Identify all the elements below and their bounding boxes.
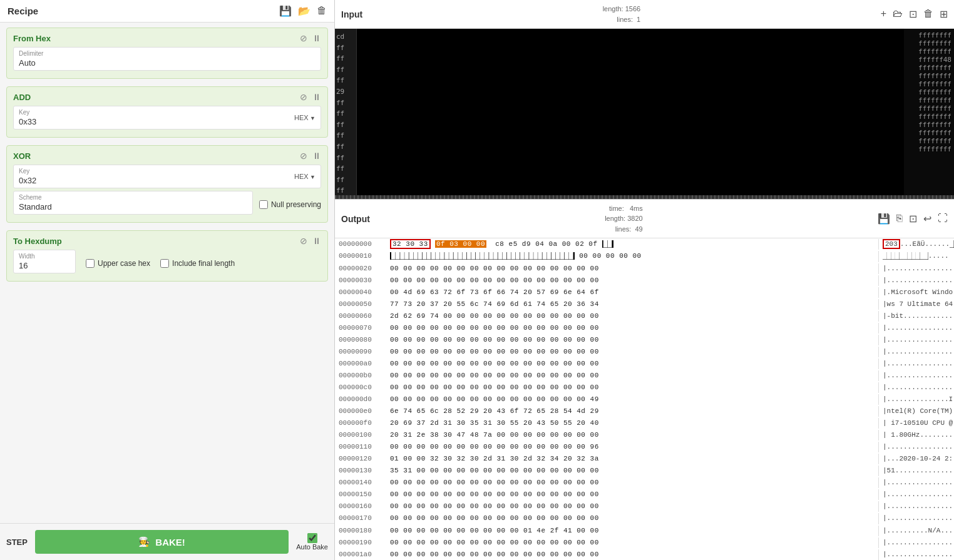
add-block: ADD ⊘ ⏸ Key 0x33 HEX: [6, 86, 328, 138]
add-key-label: Key: [19, 109, 36, 116]
input-lines: 1: [637, 16, 640, 23]
input-grid-icon[interactable]: ⊞: [940, 8, 948, 20]
table-row: 00000090 00 00 00 00 00 00 00 00 00 00 0…: [335, 346, 954, 358]
xor-key-value[interactable]: 0x32: [19, 176, 36, 185]
output-lines: 49: [635, 225, 642, 233]
input-open-icon[interactable]: 🗁: [893, 8, 903, 20]
add-header: ADD ⊘ ⏸: [13, 92, 321, 102]
auto-bake-label: Auto Bake: [296, 543, 328, 551]
output-length-info: length: 3820: [605, 213, 643, 224]
auto-bake-checkbox[interactable]: [307, 533, 317, 543]
xor-controls: ⊘ ⏸: [300, 151, 321, 161]
table-row: 000000c0 00 00 00 00 00 00 00 00 00 00 0…: [335, 382, 954, 394]
output-title: Output: [341, 214, 370, 224]
xor-key-type[interactable]: HEX: [294, 173, 315, 180]
xor-scheme-value[interactable]: Standard: [19, 202, 247, 211]
null-preserving-checkbox[interactable]: [259, 200, 268, 209]
table-row: 00000020 00 00 00 00 00 00 00 00 00 00 0…: [335, 263, 954, 275]
add-key-type[interactable]: HEX: [294, 114, 315, 121]
table-row: 00000040 00 4d 69 63 72 6f 73 6f 66 74 2…: [335, 287, 954, 298]
recipe-title: Recipe: [8, 6, 38, 16]
table-row: 00000000 32 30 33 0f 03 00 00 c8 e5 d9 0…: [335, 238, 954, 250]
highlight-bytes-sel: 0f 03 00 00: [435, 240, 486, 248]
from-hex-pause-icon[interactable]: ⏸: [312, 33, 321, 43]
upper-case-hex-label[interactable]: Upper case hex: [86, 259, 150, 268]
xor-pause-icon[interactable]: ⏸: [312, 151, 321, 161]
output-fullscreen-icon[interactable]: ⛶: [938, 213, 948, 225]
output-section: Output time: 4ms length: 3820 lines: 49 …: [335, 200, 954, 560]
to-hexdump-header: To Hexdump ⊘ ⏸: [13, 236, 321, 246]
table-row: 00000110 00 00 00 00 00 00 00 00 00 00 0…: [335, 441, 954, 453]
ascii-black: █: [950, 240, 954, 248]
table-row: 000000f0 20 69 37 2d 31 30 35 31 30 55 2…: [335, 417, 954, 429]
hex-offset: 00000010: [339, 251, 390, 262]
delete-recipe-icon[interactable]: 🗑: [317, 5, 327, 17]
input-header: Input length: 1566 lines: 1 + 🗁 ⊡ 🗑 ⊞: [335, 0, 954, 29]
input-delete-icon[interactable]: 🗑: [923, 8, 933, 20]
table-row: 00000120 01 00 00 32 30 32 30 2d 31 30 2…: [335, 453, 954, 465]
output-undo-icon[interactable]: ↩: [923, 213, 931, 225]
include-final-length-text: Include final length: [172, 259, 235, 268]
add-key-value[interactable]: 0x33: [19, 117, 36, 126]
step-label: STEP: [6, 537, 28, 547]
input-section: Input length: 1566 lines: 1 + 🗁 ⊡ 🗑 ⊞ cd…: [335, 0, 954, 200]
output-copy-icon[interactable]: ⎘: [896, 213, 903, 225]
xor-key-field: Key 0x32 HEX: [13, 165, 321, 188]
from-hex-disable-icon[interactable]: ⊘: [300, 33, 307, 43]
xor-key-label: Key: [19, 168, 36, 175]
output-save-icon[interactable]: 💾: [878, 213, 890, 225]
input-save-as-icon[interactable]: ⊡: [909, 8, 917, 20]
input-hex-data[interactable]: [357, 29, 904, 199]
output-content[interactable]: 00000000 32 30 33 0f 03 00 00 c8 e5 d9 0…: [335, 238, 954, 560]
from-hex-delimiter-field: Delimiter Auto: [13, 47, 321, 71]
open-folder-icon[interactable]: 📂: [298, 5, 310, 17]
upper-case-hex-checkbox[interactable]: [86, 259, 95, 268]
output-expand-icon[interactable]: ⊡: [909, 213, 917, 225]
input-left-gutter: cdffffffff 29ffffffff ffffffffff: [335, 29, 357, 199]
save-icon[interactable]: 💾: [279, 5, 292, 17]
include-final-length-checkbox[interactable]: [160, 259, 169, 268]
table-row: 00000010 ███████████████████████████████…: [335, 250, 954, 262]
add-disable-icon[interactable]: ⊘: [300, 92, 307, 102]
recipe-header: Recipe 💾 📂 🗑: [0, 0, 334, 23]
include-final-length-label[interactable]: Include final length: [160, 259, 235, 268]
to-hexdump-pause-icon[interactable]: ⏸: [312, 236, 321, 246]
xor-scheme-null-row: Scheme Standard Null preserving: [13, 191, 321, 217]
table-row: 00000190 00 00 00 00 00 00 00 00 00 00 0…: [335, 537, 954, 549]
from-hex-controls: ⊘ ⏸: [300, 33, 321, 43]
hexdump-width-field: Width 16: [13, 250, 76, 273]
output-icons: 💾 ⎘ ⊡ ↩ ⛶: [878, 213, 948, 225]
table-row: 000000d0 00 00 00 00 00 00 00 00 00 00 0…: [335, 394, 954, 405]
table-row: 00000080 00 00 00 00 00 00 00 00 00 00 0…: [335, 334, 954, 346]
right-panel: Input length: 1566 lines: 1 + 🗁 ⊡ 🗑 ⊞ cd…: [335, 0, 954, 560]
from-hex-block: From Hex ⊘ ⏸ Delimiter Auto: [6, 28, 328, 79]
left-panel: Recipe 💾 📂 🗑 From Hex ⊘ ⏸ Delimiter Auto…: [0, 0, 335, 560]
table-row: 00000050 77 73 20 37 20 55 6c 74 69 6d 6…: [335, 298, 954, 310]
output-meta: time: 4ms length: 3820 lines: 49: [605, 203, 643, 235]
input-add-icon[interactable]: +: [881, 8, 886, 20]
xor-title: XOR: [13, 151, 31, 161]
ascii-red-box: 203: [883, 239, 900, 249]
add-key-row: Key 0x33 HEX: [19, 109, 315, 126]
input-icons: + 🗁 ⊡ 🗑 ⊞: [881, 8, 948, 20]
input-right-gutter: ffffffffffffffffffffffffffffff48 fffffff…: [904, 29, 954, 199]
bake-button[interactable]: 🧑‍🍳 BAKE!: [35, 530, 289, 554]
xor-disable-icon[interactable]: ⊘: [300, 151, 307, 161]
hex-ascii: 203...EãÜ......█: [878, 239, 950, 250]
table-row: 00000160 00 00 00 00 00 00 00 00 00 00 0…: [335, 501, 954, 512]
to-hexdump-disable-icon[interactable]: ⊘: [300, 236, 307, 246]
from-hex-delimiter-value[interactable]: Auto: [19, 58, 315, 68]
from-hex-delimiter-label: Delimiter: [19, 50, 315, 57]
table-row: 00000170 00 00 00 00 00 00 00 00 00 00 0…: [335, 512, 954, 524]
hexdump-width-label: Width: [19, 253, 70, 260]
input-area[interactable]: cdffffffff 29ffffffff ffffffffff fffffff…: [335, 29, 954, 199]
upper-case-hex-text: Upper case hex: [98, 259, 150, 268]
table-row: 00000150 00 00 00 00 00 00 00 00 00 00 0…: [335, 489, 954, 501]
hexdump-width-value[interactable]: 16: [19, 261, 70, 270]
input-lines-info: lines: 1: [603, 14, 641, 25]
bottom-bar: STEP 🧑‍🍳 BAKE! Auto Bake: [0, 523, 334, 560]
null-preserving-label[interactable]: Null preserving: [259, 192, 321, 217]
add-pause-icon[interactable]: ⏸: [312, 92, 321, 102]
hex-bytes: 32 30 33 0f 03 00 00 c8 e5 d9 04 0a 00 0…: [390, 239, 874, 250]
hexdump-options: Width 16 Upper case hex Include final le…: [13, 250, 321, 276]
